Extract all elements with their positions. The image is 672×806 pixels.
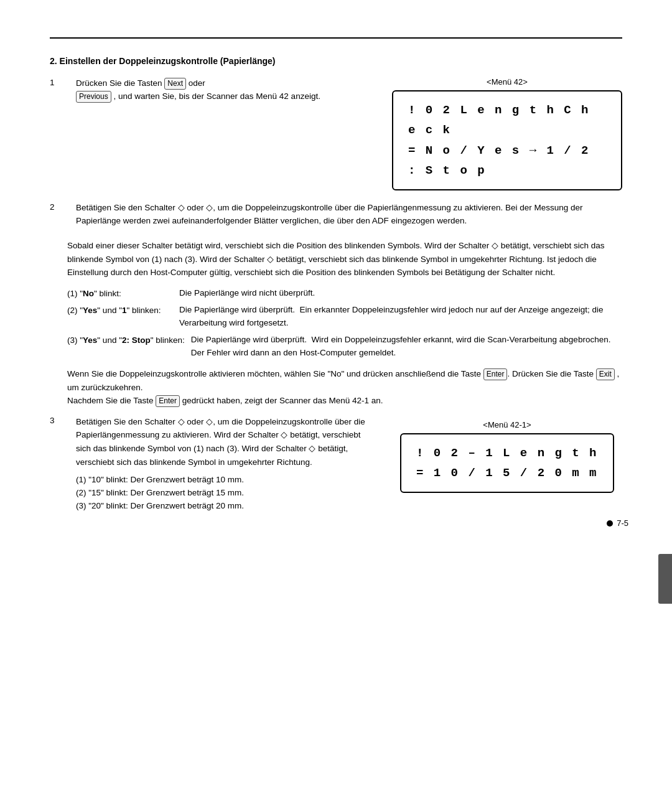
- section-title-text: Einstellen der Doppeleinzugskontrolle (P…: [60, 56, 276, 66]
- display1-container: <Menü 42> ! 0 2 L e n g t h C h e c k = …: [392, 77, 622, 190]
- step3-sublist: (1) "10" blinkt: Der Grenzwert beträgt 1…: [76, 474, 377, 513]
- step3-sub-2: (2) "15" blinkt: Der Grenzwert beträgt 1…: [76, 487, 377, 500]
- right-tab: [658, 554, 672, 604]
- para2: Wenn Sie die Doppeleinzugskontrolle akti…: [67, 367, 622, 408]
- step1-number: 1: [50, 77, 61, 87]
- display-box-1: ! 0 2 L e n g t h C h e c k = N o / Y e …: [392, 90, 622, 190]
- display2-line2: = 1 0 / 1 5 / 2 0 m m: [416, 463, 598, 483]
- display1-line1: ! 0 2 L e n g t h C h e c k: [408, 100, 606, 141]
- list-desc-2: Die Papierlänge wird überprüft. Ein erka…: [179, 304, 622, 330]
- step3-row: 3 Betätigen Sie den Schalter ◇ oder ◇, u…: [50, 415, 622, 513]
- page: 2. Einstellen der Doppeleinzugskontrolle…: [0, 0, 672, 550]
- list-item-2: (2) "Yes" und "1" blinken: Die Papierlän…: [67, 304, 622, 330]
- step3-text: Betätigen Sie den Schalter ◇ oder ◇, um …: [76, 415, 377, 513]
- top-border: [50, 37, 622, 39]
- page-number: 7-5: [607, 518, 628, 528]
- list-section: (1) "No" blinkt: Die Papierlänge wird ni…: [67, 287, 622, 360]
- display2-line1: ! 0 2 – 1 L e n g t h: [416, 443, 598, 463]
- step3-number: 3: [50, 415, 61, 425]
- display-box-2: ! 0 2 – 1 L e n g t h = 1 0 / 1 5 / 2 0 …: [400, 433, 614, 494]
- menu-label-1: <Menü 42>: [487, 77, 528, 87]
- previous-key[interactable]: Previous: [76, 91, 111, 103]
- enter-key-2[interactable]: Enter: [156, 395, 180, 407]
- list-item-1: (1) "No" blinkt: Die Papierlänge wird ni…: [67, 287, 622, 301]
- list-desc-1: Die Papierlänge wird nicht überprüft.: [179, 287, 622, 301]
- para1: Sobald einer dieser Schalter betätigt wi…: [67, 239, 622, 279]
- display2-container: <Menü 42-1> ! 0 2 – 1 L e n g t h = 1 0 …: [392, 415, 622, 494]
- step2-row: 2 Betätigen Sie den Schalter ◇ oder ◇, u…: [50, 202, 622, 228]
- list-label-3: (3) "Yes" und "2: Stop" blinken:: [67, 334, 185, 360]
- display1-line2: = N o / Y e s → 1 / 2 : S t o p: [408, 141, 606, 181]
- step1-text: Drücken Sie die Tasten Next oder Previou…: [76, 77, 377, 103]
- list-label-1: (1) "No" blinkt:: [67, 287, 173, 301]
- step1-row: 1 Drücken Sie die Tasten Next oder Previ…: [50, 77, 622, 190]
- step2-text: Betätigen Sie den Schalter ◇ oder ◇, um …: [76, 202, 622, 228]
- enter-key[interactable]: Enter: [483, 368, 508, 380]
- dot-icon: [607, 520, 613, 527]
- next-key[interactable]: Next: [164, 78, 186, 90]
- section-title: 2. Einstellen der Doppeleinzugskontrolle…: [50, 56, 622, 66]
- step3-sub-1: (1) "10" blinkt: Der Grenzwert beträgt 1…: [76, 474, 377, 487]
- list-desc-3: Die Papierlänge wird überprüft. Wird ein…: [191, 334, 622, 360]
- list-item-3: (3) "Yes" und "2: Stop" blinken: Die Pap…: [67, 334, 622, 360]
- list-label-2: (2) "Yes" und "1" blinken:: [67, 304, 173, 330]
- step3-sub-3: (3) "20" blinkt: Der Grenzwert beträgt 2…: [76, 500, 377, 513]
- menu-label-2: <Menü 42-1>: [483, 420, 531, 429]
- step2-number: 2: [50, 202, 61, 212]
- exit-key[interactable]: Exit: [596, 368, 615, 380]
- section-number: 2.: [50, 56, 57, 66]
